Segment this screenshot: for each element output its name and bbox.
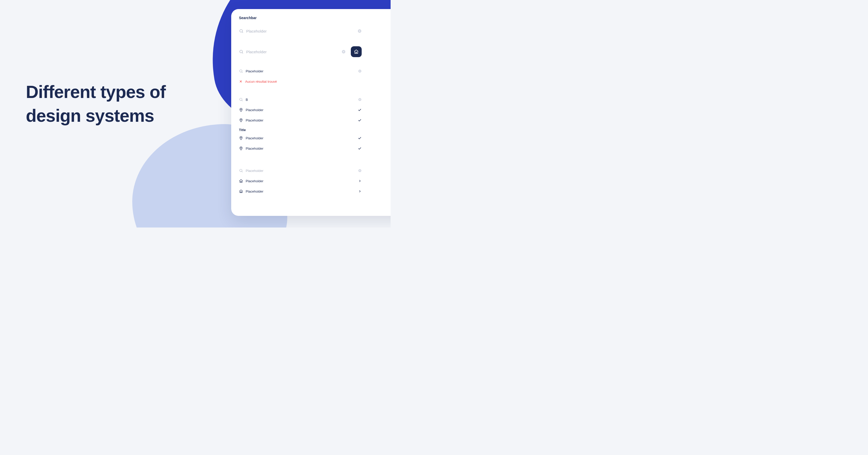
svg-line-10 [242, 100, 243, 101]
search-variant-error[interactable]: Placeholder [239, 66, 362, 76]
search-value: B [246, 98, 355, 102]
svg-point-13 [241, 119, 241, 120]
home-icon [239, 189, 243, 193]
svg-point-14 [241, 137, 241, 138]
svg-point-16 [240, 169, 242, 172]
result-item[interactable]: Placeholder [239, 133, 362, 143]
search-icon [239, 169, 243, 173]
search-placeholder: Placeholder [246, 29, 355, 33]
nav-item[interactable]: Placeholder [239, 176, 362, 186]
panel-title: Searchbar [239, 16, 391, 20]
clear-icon[interactable] [358, 98, 362, 101]
result-label: Placeholder [246, 147, 355, 150]
error-row: Aucun résultat trouvé [239, 76, 362, 87]
check-icon [358, 146, 362, 150]
search-variant-nav[interactable]: Placeholder [239, 166, 362, 176]
pin-icon [239, 136, 243, 140]
check-icon [358, 136, 362, 140]
svg-line-4 [242, 53, 243, 53]
svg-point-12 [241, 109, 241, 110]
svg-line-7 [242, 72, 243, 73]
search-placeholder: Placeholder [246, 169, 355, 173]
check-icon [358, 108, 362, 112]
svg-point-3 [240, 50, 243, 53]
search-value: Placeholder [246, 69, 355, 73]
result-label: Placeholder [246, 136, 355, 140]
error-message: Aucun résultat trouvé [245, 80, 362, 84]
chevron-right-icon [358, 190, 362, 193]
page-headline: Different types of design systems [26, 80, 191, 128]
clear-icon[interactable] [358, 69, 362, 73]
pin-icon [239, 118, 243, 122]
search-variant-with-button[interactable]: Placeholder [239, 45, 362, 58]
svg-line-1 [242, 32, 243, 33]
check-icon [358, 118, 362, 122]
clear-icon[interactable] [358, 29, 362, 33]
svg-point-6 [240, 70, 242, 72]
x-icon [239, 80, 243, 83]
search-icon [239, 29, 244, 33]
pin-icon [239, 146, 243, 150]
svg-point-9 [240, 98, 242, 101]
chevron-right-icon [358, 179, 362, 183]
svg-point-0 [240, 29, 243, 32]
search-icon [239, 97, 243, 102]
nav-label: Placeholder [246, 179, 355, 183]
search-variant-basic[interactable]: Placeholder [239, 25, 362, 37]
result-item[interactable]: Placeholder [239, 105, 362, 115]
svg-point-15 [241, 147, 241, 148]
searchbar-panel: Searchbar Placeholder Placeholder [231, 9, 391, 216]
nav-label: Placeholder [246, 190, 355, 193]
svg-line-17 [242, 171, 243, 172]
pin-icon [239, 108, 243, 112]
search-icon [239, 69, 243, 73]
result-item[interactable]: Placeholder [239, 143, 362, 153]
result-item[interactable]: Placeholder [239, 115, 362, 125]
clear-icon[interactable] [342, 50, 346, 54]
search-placeholder: Placeholder [246, 50, 339, 54]
clear-icon[interactable] [358, 169, 362, 172]
home-button[interactable] [351, 46, 362, 57]
search-variant-results[interactable]: B [239, 94, 362, 105]
nav-item[interactable]: Placeholder [239, 186, 362, 197]
result-label: Placeholder [246, 118, 355, 122]
result-label: Placeholder [246, 108, 355, 112]
search-icon [239, 49, 244, 54]
home-icon [239, 179, 243, 183]
group-title: Title [239, 128, 362, 132]
